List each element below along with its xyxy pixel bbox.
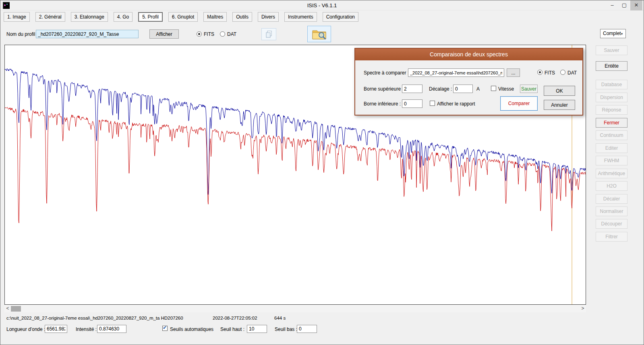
- sidebar-button-h2o[interactable]: H2O: [596, 181, 627, 191]
- dialog-fits-radio[interactable]: [537, 70, 543, 75]
- seuil-bas-label: Seuil bas :: [275, 326, 297, 332]
- seuil-bas-input[interactable]: [297, 325, 317, 333]
- check-icon: ✔: [163, 325, 167, 331]
- dialog-title[interactable]: Comparaison de deux spectres: [355, 49, 582, 60]
- dialog-sauver-button[interactable]: Sauver: [520, 85, 538, 93]
- intensity-label: Intensité :: [76, 326, 97, 332]
- sidebar-button-decouper[interactable]: Découper: [596, 219, 627, 229]
- sidebar-button-filtrer[interactable]: Filtrer: [596, 232, 627, 242]
- borne-inferieure-label: Borne inférieure :: [364, 101, 401, 107]
- dialog-fits-radio-label: FITS: [545, 70, 555, 76]
- scrollbar-thumb[interactable]: [11, 306, 21, 312]
- annuler-button[interactable]: Annuler: [544, 100, 575, 110]
- file-path-text: c:\nuit_2022_08_27-original-7eme essai\_…: [6, 316, 183, 320]
- sidebar-button-continuum[interactable]: Continuum: [596, 130, 627, 140]
- sidebar-button-database[interactable]: Database: [596, 80, 627, 89]
- scroll-left-icon[interactable]: <: [4, 305, 11, 312]
- fits-radio-label: FITS: [204, 31, 214, 37]
- decalage-input[interactable]: [453, 85, 473, 93]
- borne-superieure-label: Borne supérieure :: [364, 86, 404, 92]
- tab-etalonnage[interactable]: 3. Etalonnage: [71, 12, 108, 22]
- borne-inferieure-input[interactable]: [402, 99, 422, 108]
- sidebar-button-sauver[interactable]: Sauver: [596, 45, 627, 55]
- sidebar-button-arithmetique[interactable]: Arithmétique: [596, 169, 627, 178]
- horizontal-scrollbar[interactable]: < >: [4, 305, 586, 312]
- comparison-dialog: Comparaison de deux spectres Spectre à c…: [354, 48, 583, 116]
- tab-image[interactable]: 1. Image: [4, 12, 30, 22]
- sidebar: Sauver Entête Database Dispersion Répons…: [596, 0, 629, 345]
- borne-superieure-input[interactable]: [402, 85, 422, 93]
- exposure-time-text: 644 s: [274, 316, 286, 320]
- sidebar-button-dispersion[interactable]: Dispersion: [596, 93, 627, 102]
- titlebar: ISIS - V6.1.1 – ▢ ✕: [0, 0, 644, 10]
- sidebar-button-normaliser[interactable]: Normaliser: [596, 207, 627, 216]
- tab-instruments[interactable]: Instruments: [284, 12, 317, 22]
- spectre-a-comparer-input[interactable]: [408, 68, 504, 77]
- browse-folder-button[interactable]: [307, 26, 331, 42]
- vitesse-label: Vitesse: [498, 86, 514, 92]
- sidebar-button-fwhm[interactable]: FWHM: [596, 156, 627, 165]
- window-title: ISIS - V6.1.1: [0, 0, 644, 10]
- sidebar-button-decaler[interactable]: Décaler: [596, 194, 627, 204]
- seuil-haut-label: Seuil haut :: [220, 326, 244, 332]
- afficher-rapport-label: Afficher le rapport: [437, 101, 475, 107]
- close-button[interactable]: ✕: [630, 0, 642, 10]
- dialog-dat-radio[interactable]: [560, 70, 565, 75]
- sidebar-button-fermer[interactable]: Fermer: [596, 118, 627, 128]
- folder-search-icon: [312, 29, 327, 40]
- observation-datetime-text: 2022-08-27T22:05:02: [213, 316, 257, 320]
- tab-bar: 1. Image 2. Général 3. Etalonnage 4. Go …: [4, 12, 358, 22]
- afficher-rapport-checkbox[interactable]: [430, 101, 435, 106]
- copy-icon: [265, 31, 273, 38]
- dialog-dat-radio-label: DAT: [567, 70, 577, 76]
- tab-profil[interactable]: 5. Profil: [138, 12, 163, 22]
- tab-configuration[interactable]: Configuration: [323, 12, 358, 22]
- tab-gnuplot[interactable]: 6. Gnuplot: [168, 12, 198, 22]
- angstrom-label: A: [476, 86, 480, 92]
- tab-maitres[interactable]: Maîtres: [203, 12, 227, 22]
- intensity-input[interactable]: [97, 325, 126, 333]
- tab-outils[interactable]: Outils: [232, 12, 252, 22]
- wavelength-label: Longueur d'onde :: [6, 326, 45, 332]
- vitesse-checkbox[interactable]: [491, 86, 496, 91]
- afficher-button[interactable]: Afficher: [149, 29, 179, 39]
- dat-radio-label: DAT: [227, 31, 236, 37]
- copy-profile-button[interactable]: [261, 28, 276, 40]
- wavelength-input[interactable]: [45, 325, 67, 333]
- sidebar-button-reponse[interactable]: Réponse: [596, 105, 627, 115]
- toolbar: Nom du profil : Afficher FITS DAT Comple…: [0, 25, 644, 44]
- seuil-haut-input[interactable]: [247, 325, 267, 333]
- tab-divers[interactable]: Divers: [258, 12, 279, 22]
- profile-name-input[interactable]: [36, 30, 139, 38]
- profile-name-label: Nom du profil :: [6, 31, 38, 37]
- seuils-automatiques-checkbox[interactable]: ✔: [162, 326, 168, 331]
- browse-spectre-button[interactable]: ...: [507, 68, 520, 77]
- fits-radio[interactable]: [197, 31, 202, 37]
- sidebar-button-editer[interactable]: Editer: [596, 143, 627, 153]
- tab-general[interactable]: 2. Général: [35, 12, 65, 22]
- comparer-button[interactable]: Comparer: [500, 96, 538, 111]
- dat-radio[interactable]: [220, 31, 225, 37]
- sidebar-button-entete[interactable]: Entête: [596, 61, 627, 71]
- scroll-right-icon[interactable]: >: [580, 305, 586, 312]
- isis-window: ISIS - V6.1.1 – ▢ ✕ 1. Image 2. Général …: [0, 0, 644, 345]
- spectre-a-comparer-label: Spectre à comparer :: [364, 70, 409, 76]
- ok-button[interactable]: OK: [544, 86, 575, 96]
- seuils-automatiques-label: Seuils automatiques: [170, 326, 213, 332]
- tab-go[interactable]: 4. Go: [114, 12, 133, 22]
- decalage-label: Décalage :: [429, 86, 452, 92]
